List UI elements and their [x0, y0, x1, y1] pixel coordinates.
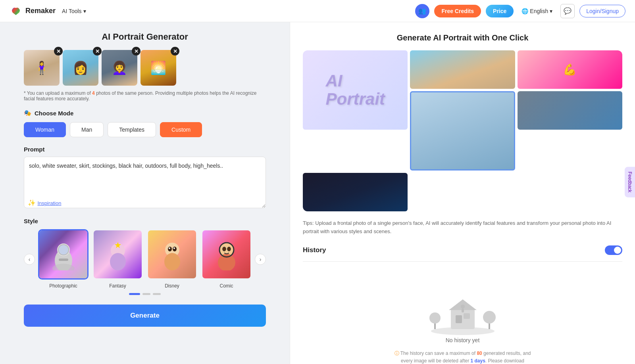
chevron-down-icon: ▾: [550, 8, 552, 14]
style-section: Style ‹: [24, 218, 266, 295]
header-left: Remaker AI Tools ▾: [10, 5, 89, 17]
info-icon: ⓘ: [394, 351, 399, 356]
mode-icon: 🎭: [24, 109, 31, 117]
feedback-tab[interactable]: Feedback: [625, 167, 635, 197]
upload-grid: 🧍‍♀️ ✕ 👩 ✕ 👩‍🦱 ✕ 🌅 ✕: [24, 50, 266, 86]
carousel-prev-button[interactable]: ‹: [24, 254, 35, 265]
mode-woman-button[interactable]: Woman: [24, 122, 66, 137]
history-toggle[interactable]: [605, 245, 622, 255]
generate-button[interactable]: Generate: [24, 305, 266, 327]
style-disney-label: Disney: [165, 283, 179, 289]
svg-point-26: [429, 312, 441, 324]
notification-button[interactable]: 💬: [560, 4, 575, 18]
main-layout: AI Portrait Generator 🧍‍♀️ ✕ 👩 ✕ 👩‍🦱 ✕ 🌅…: [0, 22, 635, 364]
remove-photo-4-button[interactable]: ✕: [171, 47, 179, 56]
svg-rect-23: [464, 313, 470, 319]
globe-icon: 🌐: [521, 8, 528, 14]
svg-point-19: [227, 247, 231, 251]
notification-icon: 💬: [564, 7, 572, 15]
svg-point-12: [173, 247, 177, 251]
divider: [303, 261, 622, 262]
svg-point-10: [164, 253, 180, 270]
mode-templates-button[interactable]: Templates: [108, 122, 156, 137]
ai-tools-button[interactable]: AI Tools ▾: [59, 6, 89, 16]
remove-photo-3-button[interactable]: ✕: [132, 47, 140, 56]
svg-point-16: [218, 254, 235, 270]
chevron-down-icon: ▾: [83, 8, 86, 14]
svg-point-29: [461, 305, 465, 308]
svg-rect-22: [456, 315, 462, 323]
preview-ai-portrait-cell: AIPortrait: [303, 50, 408, 130]
language-button[interactable]: 🌐 English ▾: [518, 6, 556, 16]
right-panel-title: Generate AI Portrait with One Click: [303, 33, 622, 42]
logo-text: Remaker: [25, 7, 56, 15]
svg-point-7: [110, 253, 126, 270]
page-title: AI Portrait Generator: [24, 32, 266, 42]
upload-thumb-4[interactable]: 🌅 ✕: [140, 50, 176, 86]
preview-center-portrait-cell: [410, 91, 515, 171]
upload-thumb-2[interactable]: 👩 ✕: [63, 50, 98, 86]
svg-point-28: [483, 311, 496, 324]
style-comic[interactable]: Comic: [201, 229, 252, 289]
preview-beach-cell: [410, 50, 515, 89]
left-panel: AI Portrait Generator 🧍‍♀️ ✕ 👩 ✕ 👩‍🦱 ✕ 🌅…: [0, 22, 290, 364]
remove-photo-2-button[interactable]: ✕: [93, 47, 102, 56]
carousel-dots: [24, 293, 266, 295]
login-signup-button[interactable]: Login/Signup: [579, 5, 625, 17]
history-header: History: [303, 245, 622, 255]
remove-photo-1-button[interactable]: ✕: [54, 47, 63, 56]
empty-history-illustration: [423, 278, 502, 337]
svg-rect-30: [462, 308, 464, 312]
people-icon: 👥: [418, 7, 426, 15]
dot-3: [153, 293, 161, 295]
history-empty-text: No history yet: [446, 337, 480, 343]
dot-2: [142, 293, 150, 295]
right-panel: Generate AI Portrait with One Click AIPo…: [290, 22, 635, 364]
style-photographic[interactable]: Photographic: [38, 229, 89, 289]
history-empty-state: No history yet ⓘ The history can save a …: [303, 270, 622, 364]
svg-point-18: [223, 247, 226, 251]
upload-thumb-3[interactable]: 👩‍🦱 ✕: [102, 50, 137, 86]
mode-custom-button[interactable]: Custom: [160, 122, 202, 137]
svg-point-11: [168, 247, 172, 251]
svg-point-4: [58, 245, 69, 255]
prompt-label: Prompt: [24, 146, 266, 153]
style-label: Style: [24, 218, 266, 224]
toggle-knob: [614, 247, 621, 254]
tips-text: Tips: Upload a frontal photo of a single…: [303, 219, 622, 236]
svg-rect-5: [59, 259, 68, 261]
upload-note: * You can upload a maximum of 4 photos o…: [24, 90, 266, 102]
history-footer-note: ⓘ The history can save a maximum of 80 g…: [391, 350, 534, 364]
community-icon-button[interactable]: 👥: [415, 4, 429, 18]
preview-city-night-cell: [303, 173, 408, 211]
svg-point-13: [169, 247, 170, 249]
price-button[interactable]: Price: [486, 5, 514, 17]
preview-grid: AIPortrait 💪: [303, 50, 622, 211]
mode-buttons-group: Woman Man Templates Custom: [24, 122, 266, 137]
mode-man-button[interactable]: Man: [70, 122, 104, 137]
history-title: History: [303, 246, 326, 254]
upload-thumb-1[interactable]: 🧍‍♀️ ✕: [24, 50, 60, 86]
style-photographic-label: Photographic: [49, 283, 77, 289]
style-fantasy-label: Fantasy: [109, 283, 126, 289]
choose-mode-section: 🎭 Choose Mode: [24, 109, 266, 117]
header-right: 👥 Free Credits Price 🌐 English ▾ 💬 Login…: [415, 4, 625, 18]
dot-1: [129, 293, 140, 295]
style-disney[interactable]: Disney: [147, 229, 197, 289]
svg-point-14: [173, 247, 175, 249]
preview-jeans-cell: [518, 91, 622, 130]
preview-pink-cell: 💪: [518, 50, 622, 89]
free-credits-button[interactable]: Free Credits: [434, 5, 481, 17]
remaker-logo-icon: [10, 5, 22, 17]
style-carousel: ‹: [24, 229, 266, 289]
style-fantasy[interactable]: Fantasy: [92, 229, 143, 289]
style-comic-label: Comic: [219, 283, 233, 289]
sparkle-icon: ✨: [28, 199, 36, 206]
style-items-list: Photographic: [38, 229, 252, 289]
carousel-next-button[interactable]: ›: [255, 254, 266, 265]
inspiration-link[interactable]: ✨ Inspiration: [28, 199, 61, 207]
header: Remaker AI Tools ▾ 👥 Free Credits Price …: [0, 0, 635, 22]
